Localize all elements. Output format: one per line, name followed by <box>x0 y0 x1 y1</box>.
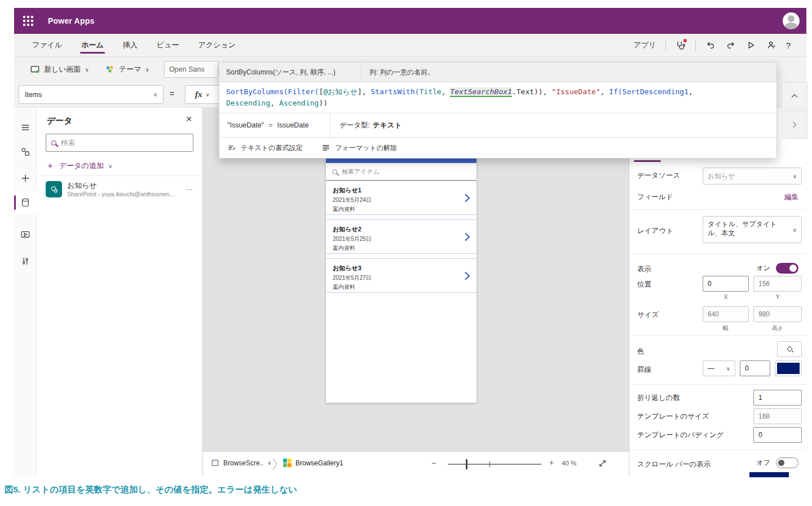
data-search-box[interactable] <box>46 134 193 152</box>
tree-view-toggle[interactable] <box>14 116 37 139</box>
collapse-formula-bar-button[interactable] <box>782 82 807 110</box>
chevron-right-icon[interactable] <box>464 232 471 241</box>
position-y-input[interactable] <box>753 276 802 292</box>
screen-breadcrumb[interactable]: BrowseScre.. ∨ <box>211 459 272 467</box>
add-data-button[interactable]: ＋ データの追加 ∨ <box>46 161 112 171</box>
datasource-list-item[interactable]: お知らせ SharePoint - yuya.ikeuchi@anthiosne… <box>37 179 202 208</box>
app-title: Power Apps <box>48 16 94 25</box>
scrollbar-toggle[interactable] <box>776 457 798 468</box>
undo-icon[interactable] <box>705 39 716 51</box>
sharepoint-icon <box>46 181 62 197</box>
position-x-input[interactable] <box>703 276 749 292</box>
template-padding-input[interactable] <box>753 427 802 443</box>
sidebar-item-data[interactable] <box>14 191 37 214</box>
size-height-input[interactable] <box>753 306 802 322</box>
close-icon[interactable]: ✕ <box>186 115 192 124</box>
browse-gallery[interactable]: お知らせ1 2021年5月24日 案内資料 お知らせ2 2021年5月25日 案… <box>326 181 476 293</box>
menu-item[interactable]: 挿入 <box>122 34 139 56</box>
account-avatar[interactable] <box>783 12 800 29</box>
chevron-right-icon[interactable] <box>464 271 471 280</box>
template-size-input[interactable] <box>753 408 802 424</box>
play-icon[interactable] <box>745 39 757 51</box>
zoom-level: 40 % <box>562 460 576 467</box>
hamburger-menu-icon <box>20 122 30 133</box>
border-color-swatch[interactable] <box>775 360 802 376</box>
property-selector[interactable]: Items ∨ <box>19 85 164 104</box>
zoom-out-button[interactable]: − <box>431 458 436 468</box>
item-subtitle: 2021年5月24日 <box>333 196 460 204</box>
app-checker-icon[interactable] <box>675 39 686 51</box>
sidebar-item-media[interactable] <box>14 223 37 246</box>
item-body: 案内資料 <box>333 205 460 213</box>
wrap-count-input[interactable] <box>753 390 802 406</box>
apps-link[interactable]: アプリ <box>634 40 656 50</box>
chevron-down-icon: ∨ <box>153 91 157 98</box>
color-label: 色 <box>637 347 645 357</box>
zoom-slider-handle[interactable] <box>466 459 467 469</box>
main-workspace: データ ✕ ＋ データの追加 ∨ お知らせ SharePoint - yuya.… <box>14 107 806 477</box>
menu-item[interactable]: ファイル <box>31 34 63 56</box>
font-family-input[interactable] <box>164 61 218 78</box>
chevron-right-icon <box>790 120 799 129</box>
border-style-dropdown[interactable]: — ∨ <box>703 360 735 376</box>
zoom-in-button[interactable]: + <box>549 458 554 467</box>
size-height-sublabel: 高さ <box>753 324 802 332</box>
zoom-slider-track[interactable] <box>448 464 541 465</box>
border-color-fill <box>777 363 800 374</box>
app-header: Power Apps <box>14 8 806 34</box>
clear-format-button[interactable]: フォーマットの解除 <box>321 143 397 153</box>
app-launcher-icon[interactable] <box>23 16 33 26</box>
theme-icon <box>105 64 115 74</box>
sidebar-item-advanced-tools[interactable] <box>14 250 37 272</box>
new-screen-button[interactable]: 新しい画面 ∨ <box>30 64 89 74</box>
theme-button[interactable]: テーマ ∨ <box>105 64 149 74</box>
sidebar-item-insert-shapes[interactable] <box>14 140 37 163</box>
position-label: 位置 <box>637 280 651 289</box>
redo-icon[interactable] <box>725 39 736 51</box>
border-width-input[interactable] <box>740 360 770 376</box>
edit-fields-link[interactable]: 編集 <box>784 192 798 202</box>
menu-item[interactable]: アクション <box>197 34 237 56</box>
visible-state: オン <box>756 263 770 273</box>
phone-screen-preview[interactable]: 検索アイテム お知らせ1 2021年5月24日 案内資料 お知らせ2 2021年… <box>326 153 476 403</box>
datasource-dropdown[interactable]: お知らせ ∨ <box>703 168 802 184</box>
sliders-icon <box>20 256 30 266</box>
avatar-head-icon <box>788 15 795 22</box>
sidebar-item-insert[interactable] <box>14 167 37 190</box>
gallery-list-item[interactable]: お知らせ3 2021年5月27日 案内資料 <box>326 258 476 293</box>
separator <box>695 39 696 51</box>
fit-to-window-icon[interactable] <box>598 459 607 468</box>
formula-intellisense-panel: SortByColumns(ソース, 列, 順序, ...) 列: 列の一意の名… <box>219 62 777 159</box>
visible-toggle-group: オン <box>756 263 798 274</box>
size-width-input[interactable] <box>703 306 749 322</box>
scrollbar-state: オフ <box>756 458 770 468</box>
visible-toggle[interactable] <box>776 263 798 274</box>
position-y-sublabel: Y <box>753 294 802 300</box>
gallery-search-placeholder: 検索アイテム <box>342 168 379 176</box>
fill-color-button[interactable] <box>777 341 802 357</box>
more-options-icon[interactable]: … <box>186 183 193 192</box>
gallery-list-item[interactable]: お知らせ2 2021年5月25日 案内資料 <box>326 219 476 254</box>
divider <box>629 209 806 210</box>
formula-text-area[interactable]: SortByColumns(Filter([@お知らせ], StartsWith… <box>219 82 776 113</box>
chevron-right-icon[interactable] <box>464 193 471 203</box>
database-icon <box>20 197 30 208</box>
selected-control-breadcrumb[interactable]: BrowseGallery1 <box>283 459 343 467</box>
gallery-list-item[interactable]: お知らせ1 2021年5月24日 案内資料 <box>326 181 476 215</box>
help-icon[interactable]: ? <box>786 41 791 50</box>
gallery-search-box[interactable]: 検索アイテム <box>326 163 476 181</box>
datatype-info: データ型: テキスト <box>330 113 401 137</box>
design-canvas[interactable]: 検索アイテム お知らせ1 2021年5月24日 案内資料 お知らせ2 2021年… <box>203 108 629 477</box>
data-search-input[interactable] <box>61 139 188 147</box>
expand-panel-button[interactable] <box>782 111 807 139</box>
share-icon[interactable] <box>766 39 777 51</box>
layout-dropdown[interactable]: タイトル、サブタイトル、本文 ∨ <box>703 216 802 243</box>
item-title: お知らせ3 <box>333 264 460 272</box>
menu-item[interactable]: ビュー <box>156 34 180 56</box>
fx-button[interactable]: fx ∨ <box>185 85 220 104</box>
menu-item[interactable]: ホーム <box>80 34 105 56</box>
shapes-icon <box>20 147 30 157</box>
format-text-button[interactable]: テキストの書式設定 <box>227 143 302 153</box>
border-label: 罫線 <box>637 365 651 375</box>
divider <box>629 335 806 336</box>
